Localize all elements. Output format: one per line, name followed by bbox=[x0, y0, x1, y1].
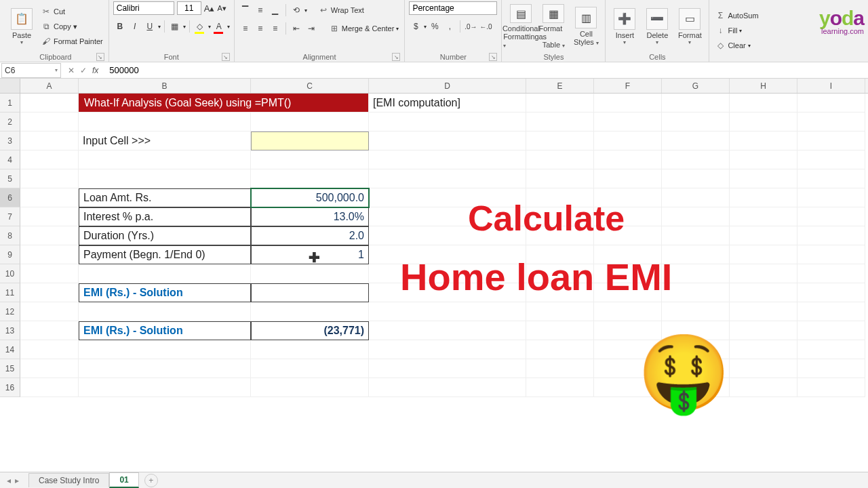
cell[interactable] bbox=[526, 150, 594, 169]
row-header[interactable]: 8 bbox=[0, 226, 20, 245]
cell[interactable]: Duration (Yrs.) bbox=[79, 226, 251, 245]
cell[interactable]: EMI (Rs.) - Solution bbox=[79, 321, 251, 340]
col-header[interactable]: A bbox=[20, 79, 79, 93]
cell[interactable] bbox=[79, 302, 251, 321]
fill-button[interactable]: ↓Fill ▾ bbox=[713, 24, 760, 37]
wrap-text-button[interactable]: ↩Wrap Text bbox=[317, 3, 366, 17]
cell[interactable] bbox=[797, 378, 865, 397]
col-header[interactable]: C bbox=[251, 79, 369, 93]
cell[interactable] bbox=[594, 131, 662, 150]
bold-button[interactable]: B bbox=[113, 20, 127, 33]
cell[interactable] bbox=[730, 359, 797, 378]
col-header[interactable]: D bbox=[369, 79, 526, 93]
cell[interactable] bbox=[20, 283, 79, 302]
cell[interactable] bbox=[797, 131, 865, 150]
cell[interactable] bbox=[369, 302, 526, 321]
cell[interactable] bbox=[730, 340, 797, 359]
cell[interactable] bbox=[526, 169, 594, 188]
cell[interactable] bbox=[20, 226, 79, 245]
cell[interactable] bbox=[526, 321, 594, 340]
cell[interactable] bbox=[20, 340, 79, 359]
cell[interactable] bbox=[20, 359, 79, 378]
col-header[interactable]: B bbox=[79, 79, 251, 93]
dialog-launcher-icon[interactable]: ↘ bbox=[489, 53, 497, 61]
cell[interactable] bbox=[369, 169, 526, 188]
align-bottom-icon[interactable]: ▁ bbox=[269, 3, 282, 17]
increase-indent-icon[interactable]: ⇥ bbox=[304, 22, 318, 35]
cell[interactable] bbox=[730, 113, 797, 131]
cell[interactable] bbox=[730, 302, 797, 321]
cell[interactable] bbox=[730, 321, 797, 340]
cell[interactable] bbox=[20, 302, 79, 321]
cell[interactable] bbox=[662, 169, 730, 188]
cell[interactable] bbox=[526, 378, 594, 397]
decrease-font-icon[interactable]: A▾ bbox=[217, 4, 226, 13]
dialog-launcher-icon[interactable]: ↘ bbox=[96, 53, 104, 61]
cell-selected[interactable]: 500,000.0 bbox=[251, 188, 369, 207]
cell[interactable] bbox=[79, 340, 251, 359]
fill-color-button[interactable]: ◇ bbox=[193, 20, 207, 33]
autosum-button[interactable]: ΣAutoSum bbox=[713, 9, 760, 22]
delete-cells-button[interactable]: ➖Delete▾ bbox=[642, 4, 672, 49]
underline-button[interactable]: U bbox=[143, 20, 157, 33]
cell[interactable] bbox=[662, 150, 730, 169]
format-painter-button[interactable]: 🖌Format Painter bbox=[39, 35, 104, 48]
clear-button[interactable]: ◇Clear ▾ bbox=[713, 39, 760, 52]
cell[interactable] bbox=[730, 94, 797, 113]
cell[interactable] bbox=[526, 94, 594, 113]
cell[interactable]: Loan Amt. Rs. bbox=[79, 188, 251, 207]
comma-icon[interactable]: , bbox=[443, 20, 456, 33]
cell[interactable] bbox=[662, 188, 730, 207]
format-as-table-button[interactable]: ▦Format asTable ▾ bbox=[538, 4, 568, 49]
cell[interactable] bbox=[526, 359, 594, 378]
row-header[interactable]: 15 bbox=[0, 359, 20, 378]
row-header[interactable]: 14 bbox=[0, 340, 20, 359]
cell[interactable]: [EMI computation] bbox=[369, 94, 526, 113]
cancel-formula-icon[interactable]: ✕ bbox=[68, 66, 75, 75]
cell[interactable] bbox=[251, 150, 369, 169]
cell[interactable] bbox=[20, 113, 79, 131]
cell[interactable] bbox=[662, 94, 730, 113]
cell[interactable] bbox=[730, 226, 797, 245]
row-header[interactable]: 9 bbox=[0, 245, 20, 264]
cell[interactable] bbox=[251, 169, 369, 188]
align-right-icon[interactable]: ≡ bbox=[269, 22, 282, 35]
select-all-corner[interactable] bbox=[0, 79, 20, 93]
cell[interactable] bbox=[662, 207, 730, 226]
cell[interactable] bbox=[251, 302, 369, 321]
cell[interactable] bbox=[251, 340, 369, 359]
cell[interactable] bbox=[79, 264, 251, 283]
cell[interactable] bbox=[730, 378, 797, 397]
percent-icon[interactable]: % bbox=[428, 20, 441, 33]
cell[interactable] bbox=[797, 302, 865, 321]
copy-button[interactable]: ⧉Copy ▾ bbox=[39, 20, 104, 33]
accept-formula-icon[interactable]: ✓ bbox=[80, 66, 87, 75]
cell[interactable] bbox=[526, 340, 594, 359]
row-header[interactable]: 13 bbox=[0, 321, 20, 340]
cell[interactable]: Input Cell >>> bbox=[79, 131, 251, 150]
tab-prev-icon[interactable]: ◂ bbox=[7, 476, 11, 485]
cell[interactable] bbox=[594, 150, 662, 169]
cell[interactable] bbox=[20, 264, 79, 283]
cell[interactable] bbox=[79, 359, 251, 378]
row-header[interactable]: 1 bbox=[0, 94, 20, 113]
italic-button[interactable]: I bbox=[128, 20, 142, 33]
cell[interactable] bbox=[20, 245, 79, 264]
font-name-input[interactable] bbox=[113, 1, 174, 15]
paste-button[interactable]: 📋 Paste ▾ bbox=[7, 4, 37, 49]
cell[interactable] bbox=[730, 131, 797, 150]
col-header[interactable]: I bbox=[797, 79, 865, 93]
cell[interactable] bbox=[79, 150, 251, 169]
name-box[interactable]: C6▾ bbox=[1, 63, 61, 78]
cell[interactable] bbox=[662, 131, 730, 150]
cell[interactable] bbox=[797, 264, 865, 283]
fx-icon[interactable]: fx bbox=[92, 66, 98, 75]
cut-button[interactable]: ✂Cut bbox=[39, 5, 104, 18]
cell[interactable] bbox=[20, 188, 79, 207]
cell[interactable] bbox=[662, 302, 730, 321]
sheet-tab[interactable]: Case Study Intro bbox=[28, 473, 109, 487]
align-top-icon[interactable]: ▔ bbox=[239, 3, 252, 17]
col-header[interactable]: H bbox=[730, 79, 797, 93]
cell[interactable] bbox=[730, 283, 797, 302]
currency-icon[interactable]: $ bbox=[409, 20, 422, 33]
